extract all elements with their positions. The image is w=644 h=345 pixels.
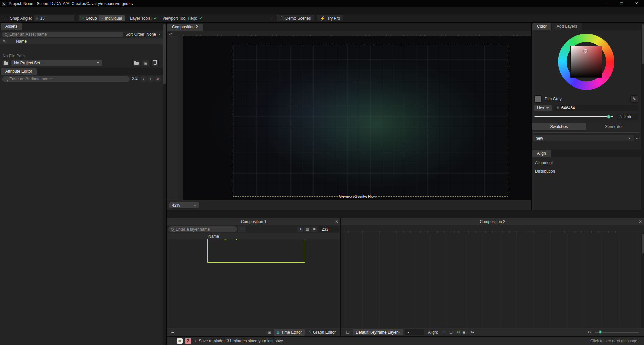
try-pro-label: Try Pro bbox=[327, 16, 340, 21]
save-reminder-message: Save reminder: 31 minutes since your las… bbox=[199, 339, 284, 343]
open-folder-button[interactable] bbox=[132, 60, 140, 66]
chevron-down-icon bbox=[194, 205, 196, 206]
attribute-search-placeholder: Enter an Attribute name bbox=[9, 77, 52, 81]
clear-filter-icon[interactable]: ⊗ bbox=[155, 76, 161, 82]
close-icon[interactable]: ✕ bbox=[333, 219, 340, 224]
tab-add-layers[interactable]: Add Layers bbox=[552, 23, 582, 30]
zoom-out-icon[interactable]: ⊖ bbox=[586, 330, 592, 335]
timeline-scrollbar[interactable] bbox=[641, 233, 644, 328]
main-toolbar: ⋮⋮ Snap Angle: # 15 ⠿ Group ▫ Individual… bbox=[0, 14, 644, 23]
zoom-filter-icon[interactable]: ⌕ bbox=[141, 76, 147, 82]
add-layer-button[interactable]: + bbox=[238, 226, 246, 232]
close-icon[interactable]: ✕ bbox=[637, 219, 644, 224]
timeline-filter-field[interactable]: - bbox=[405, 329, 424, 335]
tab-align[interactable]: Align bbox=[532, 150, 551, 157]
layer-tools-checkbox[interactable]: ✓ bbox=[154, 16, 157, 21]
demo-scenes-button[interactable]: ⠱ Demo Scenes bbox=[277, 15, 314, 21]
hex-value-field[interactable]: # 646464 bbox=[554, 105, 638, 111]
eyedropper-button[interactable]: ✎ bbox=[630, 95, 638, 103]
alignment-label: Alignment bbox=[535, 160, 634, 165]
zoom-level-dropdown[interactable]: 42% bbox=[169, 202, 199, 208]
group-toggle[interactable]: ⠿ Group bbox=[79, 15, 100, 21]
align-keys-right-icon[interactable]: ⊡ bbox=[455, 330, 461, 335]
current-frame-field[interactable]: 233 bbox=[319, 226, 339, 232]
tab-swatches[interactable]: Swatches bbox=[532, 123, 586, 130]
annotation-rectangle bbox=[207, 239, 305, 263]
color-wheel[interactable] bbox=[532, 30, 641, 93]
messages-icon[interactable]: ▤ bbox=[177, 338, 183, 344]
tab-color[interactable]: Color bbox=[532, 23, 551, 30]
eyedropper-icon[interactable]: ✎ bbox=[3, 39, 6, 44]
try-pro-button[interactable]: ⚡ Try Pro bbox=[317, 15, 343, 21]
hex-mode-dropdown[interactable]: Hex bbox=[534, 105, 552, 111]
window-title: Project: None - Scene: D:/DATA/AI Creato… bbox=[9, 1, 133, 6]
file-path-label: No File Path bbox=[0, 52, 163, 59]
chevron-down-icon bbox=[546, 107, 549, 109]
tab-viewport-composition[interactable]: Composition 2 bbox=[167, 24, 203, 31]
timeline-ruler[interactable] bbox=[341, 225, 644, 233]
collapse-panel-icon[interactable]: ◂▪ bbox=[170, 330, 176, 335]
tab-generator[interactable]: Generator bbox=[586, 123, 641, 130]
color-name-label: Dim Gray bbox=[545, 97, 562, 101]
menu-bar bbox=[0, 7, 644, 14]
chevron-down-icon bbox=[158, 34, 161, 35]
viewport-tool-help-checkbox[interactable]: ✓ bbox=[199, 16, 202, 21]
export-button[interactable]: ▣ bbox=[142, 60, 149, 66]
group-icon: ⠿ bbox=[82, 16, 84, 20]
project-set-dropdown[interactable]: No Project Set... bbox=[11, 60, 102, 66]
zoom-level-value: 42% bbox=[172, 203, 180, 208]
composition-bounds bbox=[233, 45, 508, 197]
list-view-icon[interactable]: ≣ bbox=[311, 227, 317, 232]
close-button[interactable]: ✕ bbox=[629, 0, 644, 7]
group-individual-segment: ⠿ Group ▫ Individual bbox=[79, 15, 125, 21]
viewport-canvas[interactable]: Viewport Quality: High bbox=[183, 36, 531, 200]
timeline-tracks[interactable] bbox=[341, 233, 644, 328]
trash-button[interactable] bbox=[151, 60, 159, 66]
grid-view-icon[interactable]: ▦ bbox=[304, 227, 310, 232]
default-keyframe-layer-dropdown[interactable]: Default Keyframe Layer bbox=[353, 329, 403, 335]
drag-handle-icon[interactable]: ⋮ bbox=[170, 339, 173, 343]
search-icon bbox=[171, 228, 174, 231]
alpha-field[interactable]: A 255 bbox=[617, 114, 638, 120]
minimize-button[interactable]: — bbox=[599, 0, 614, 7]
insert-key-icon[interactable]: +▸ bbox=[469, 330, 475, 335]
palette-dropdown[interactable]: new bbox=[533, 135, 634, 141]
align-keys-mid-icon[interactable]: ▤ bbox=[448, 330, 454, 335]
sv-selector[interactable] bbox=[584, 49, 587, 53]
drag-handle-icon[interactable]: ⋮ bbox=[270, 16, 272, 20]
maximize-button[interactable]: ▢ bbox=[614, 0, 629, 7]
sort-order-dropdown[interactable]: None bbox=[146, 32, 161, 37]
assets-header-row: ✎ Name bbox=[0, 38, 163, 44]
visibility-dropdown-icon[interactable]: ◉⌄ bbox=[462, 330, 468, 335]
pin-filter-icon[interactable]: ✛ bbox=[148, 76, 154, 82]
time-editor-button[interactable]: ▦ Time Editor bbox=[274, 329, 304, 336]
focus-icon[interactable]: ✛ bbox=[297, 227, 303, 232]
tab-assets[interactable]: Assets bbox=[1, 23, 22, 30]
individual-toggle[interactable]: ▫ Individual bbox=[99, 15, 124, 21]
next-message-link[interactable]: Click to see next message bbox=[590, 339, 637, 343]
left-panel-scrollbar[interactable] bbox=[163, 23, 166, 345]
panel-mode-icon[interactable]: ▣ bbox=[266, 330, 272, 335]
snap-angle-field[interactable]: # 15 bbox=[34, 15, 74, 21]
status-bar: ⋮ ▤ 7 ● Save reminder: 31 minutes since … bbox=[167, 336, 644, 345]
timeline-zoom-slider[interactable] bbox=[595, 332, 639, 333]
current-color-swatch[interactable] bbox=[534, 95, 542, 103]
palette-more-button[interactable]: ⋯ bbox=[636, 136, 640, 141]
right-panel-scrollbar[interactable] bbox=[641, 23, 644, 210]
project-set-icon[interactable] bbox=[2, 60, 9, 66]
number-prefix-icon: # bbox=[36, 16, 38, 21]
alpha-label: A bbox=[619, 114, 622, 119]
layer-list-panel: Composition 1 ✕ Enter a layer name + ✛ ▦ bbox=[167, 218, 341, 336]
align-keys-left-icon[interactable]: ⊞ bbox=[441, 330, 447, 335]
alpha-slider[interactable] bbox=[534, 116, 613, 117]
drag-handle-icon[interactable]: ⋮⋮ bbox=[3, 16, 8, 20]
graph-editor-button[interactable]: ∿ Graph Editor bbox=[306, 329, 338, 336]
sort-order-label: Sort Order bbox=[125, 32, 144, 37]
chevron-down-icon bbox=[398, 332, 400, 333]
group-label: Group bbox=[86, 16, 97, 21]
layer-search-input[interactable]: Enter a layer name bbox=[168, 226, 237, 232]
keyframe-layer-icon[interactable]: ▤ bbox=[345, 330, 351, 335]
attribute-search-input[interactable]: Enter an Attribute name bbox=[2, 76, 130, 82]
asset-search-input[interactable]: Enter an Asset name bbox=[2, 32, 123, 37]
tab-attribute-editor[interactable]: Attribute Editor bbox=[1, 68, 37, 75]
